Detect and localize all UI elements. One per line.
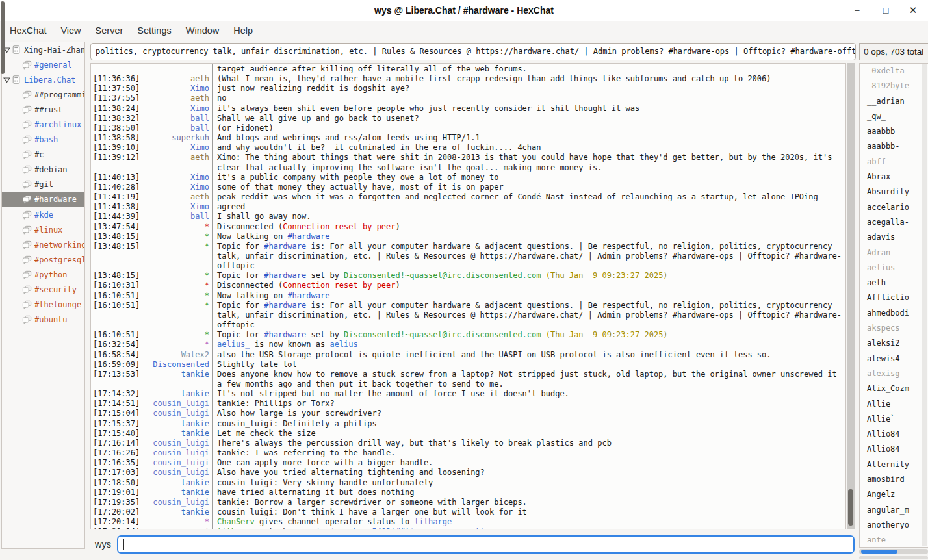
channel-link[interactable]: #hardware xyxy=(264,271,306,280)
sidebar-item-debian[interactable]: #debian xyxy=(2,162,84,177)
userlist-scrollbar[interactable] xyxy=(922,64,927,546)
user-list-item[interactable]: _qw_ xyxy=(860,109,928,124)
message-segment: Connection reset by peer xyxy=(283,222,395,231)
channel-icon xyxy=(22,105,32,114)
sidebar-item-networking[interactable]: #networking xyxy=(2,237,84,252)
user-list-item[interactable]: alewis4 xyxy=(860,351,928,366)
sidebar-item-thelounge[interactable]: #thelounge xyxy=(2,298,84,312)
sidebar-item-python[interactable]: #python xyxy=(2,267,84,282)
message-text: litharge sets ban on $a:joeyzheng5403$##… xyxy=(212,527,845,529)
tree-server-xinghaizhan[interactable]: Xing-Hai-Zhan xyxy=(2,42,84,57)
user-list-item[interactable]: acegalla- xyxy=(860,215,928,230)
message-segment: cousin_luigi: Very skinny handle unfortu… xyxy=(217,478,433,487)
message-nick: tankie xyxy=(138,488,212,498)
sidebar-item-general[interactable]: #general xyxy=(2,57,84,72)
channel-link[interactable]: #hardware xyxy=(264,242,306,251)
user-list-item[interactable]: aaabbb xyxy=(860,124,928,139)
user-list-item[interactable]: Absurdity xyxy=(860,185,928,199)
close-icon[interactable]: ✕ xyxy=(902,0,924,21)
maximize-icon[interactable]: □ xyxy=(875,0,897,21)
message-segment: Also how large is your screwdriver? xyxy=(217,409,381,418)
user-list-item[interactable]: Angelz xyxy=(860,487,928,502)
channel-icon xyxy=(22,300,32,309)
channel-link[interactable]: #hardware xyxy=(264,330,306,339)
user-list-item[interactable]: aeth xyxy=(860,275,928,290)
user-list-item[interactable]: _8192byte xyxy=(860,79,928,94)
user-list-item[interactable]: Allie xyxy=(860,397,928,412)
userlist-hscrollbar-thumb[interactable] xyxy=(861,550,897,554)
menu-item-view[interactable]: View xyxy=(53,23,88,38)
input-row: wys xyxy=(90,531,856,557)
channel-link[interactable]: #hardware xyxy=(287,232,329,241)
userlist-hscrollbar[interactable] xyxy=(859,549,928,554)
user-list-item[interactable]: aelius xyxy=(860,261,928,275)
message-segment: Disconnected ( xyxy=(217,222,283,231)
sidebar-item-archlinux[interactable]: #archlinux xyxy=(2,117,84,132)
user-list-item[interactable]: Alternity xyxy=(860,457,928,472)
sidebar-item-bash[interactable]: #bash xyxy=(2,133,84,147)
user-list-item[interactable]: abff xyxy=(860,155,928,170)
menu-item-server[interactable]: Server xyxy=(88,23,131,38)
user-list-item[interactable]: angular_m xyxy=(860,503,928,518)
sidebar-item-security[interactable]: #security xyxy=(2,283,84,298)
message-timestamp: [17:15:40] xyxy=(91,429,138,439)
user-list-item[interactable]: Allie` xyxy=(860,412,928,427)
user-list-item[interactable]: alexisg xyxy=(860,366,928,381)
user-list-item[interactable]: Adran xyxy=(860,246,928,261)
user-list-item[interactable]: Allio84 xyxy=(860,427,928,442)
channel-link[interactable]: #hardware xyxy=(264,301,306,310)
userlist-scrollbar-thumb[interactable] xyxy=(1,1,5,74)
user-list-item[interactable]: _0xdelta xyxy=(860,64,928,79)
expander-icon[interactable] xyxy=(3,77,12,83)
message-text: Disconnected (Connection reset by peer) xyxy=(212,222,845,232)
sidebar-item-rust[interactable]: ##rust xyxy=(2,102,84,117)
user-list-item[interactable]: anotheryo xyxy=(860,518,928,533)
user-list-item[interactable]: ante xyxy=(860,533,928,548)
menu-item-hexchat[interactable]: HexChat xyxy=(3,23,53,38)
sidebar-item-linux[interactable]: #linux xyxy=(2,222,84,237)
user-list-item[interactable]: aaabbb- xyxy=(860,139,928,154)
message-nick: * xyxy=(138,222,212,232)
sidebar-item-c[interactable]: #c xyxy=(2,147,84,162)
topic-input[interactable]: politics, cryptocurrency talk, unfair di… xyxy=(90,43,856,60)
user-list-item[interactable]: adavis xyxy=(860,230,928,245)
message-nick: Ximo xyxy=(138,183,212,192)
bottom-scrollbar-track[interactable] xyxy=(859,556,928,559)
user-list-item[interactable]: Abrax xyxy=(860,170,928,185)
sidebar-item-git[interactable]: #git xyxy=(2,177,84,192)
chat-message-row: [13:47:54]*Disconnected (Connection rese… xyxy=(91,222,845,232)
user-list-item[interactable]: aleksi2 xyxy=(860,336,928,351)
user-list-item[interactable]: Allio84_ xyxy=(860,442,928,457)
sidebar-item-postgresql[interactable]: #postgresql xyxy=(2,252,84,267)
user-list-item[interactable]: accelario xyxy=(860,200,928,215)
menu-item-settings[interactable]: Settings xyxy=(130,23,178,38)
user-list-item[interactable]: __adrian xyxy=(860,94,928,109)
user-list-item[interactable]: Alix_Cozm xyxy=(860,381,928,396)
chat-scrollbar-thumb[interactable] xyxy=(848,489,853,526)
user-list-item[interactable]: ahmedbodi xyxy=(860,306,928,321)
message-input[interactable] xyxy=(117,535,855,554)
user-list-item[interactable]: akspecs xyxy=(860,321,928,336)
message-segment: Disconsented!~quassel@irc.disconsented.c… xyxy=(344,271,541,280)
message-timestamp: [16:59:09] xyxy=(91,360,138,370)
sidebar-item-kde[interactable]: #kde xyxy=(2,207,84,222)
message-text: Slightly late lol xyxy=(212,360,845,370)
minimize-icon[interactable]: − xyxy=(846,0,868,21)
sidebar-item-ubuntu[interactable]: #ubuntu xyxy=(2,312,84,327)
message-timestamp: [13:47:54] xyxy=(91,222,138,232)
message-text: (or Fidonet) xyxy=(212,123,845,133)
user-list-item[interactable]: Afflictio xyxy=(860,290,928,305)
message-text: tankie: Phillips or Torx? xyxy=(212,399,845,409)
user-list-item[interactable]: amosbird xyxy=(860,472,928,487)
message-nick: cousin_luigi xyxy=(138,409,212,418)
chat-scrollbar[interactable] xyxy=(847,63,855,529)
menu-item-help[interactable]: Help xyxy=(226,23,260,38)
message-nick: * xyxy=(138,291,212,301)
sidebar-item-programming[interactable]: ##programming xyxy=(2,87,84,102)
sidebar-item-hardware[interactable]: #hardware xyxy=(2,192,84,207)
menu-item-window[interactable]: Window xyxy=(179,23,227,38)
channel-link[interactable]: #hardware xyxy=(287,291,329,300)
message-nick: Ximo xyxy=(138,84,212,94)
title-bar: wys @ Libera.Chat / #hardware - HexChat … xyxy=(0,0,928,21)
tree-server-liberachat[interactable]: Libera.Chat xyxy=(2,72,84,87)
